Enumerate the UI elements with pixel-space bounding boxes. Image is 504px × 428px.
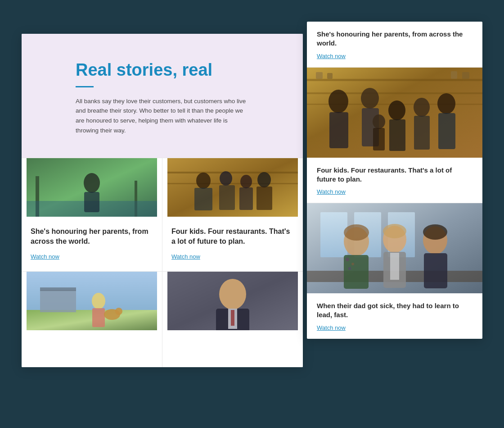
card-3-content xyxy=(22,330,162,367)
svg-point-41 xyxy=(361,88,379,109)
overlay-card-2-title: Four kids. Four restaurants. That's a lo… xyxy=(317,166,472,184)
overlay-card-3-image xyxy=(307,203,482,293)
overlay-card-3-watch-link[interactable]: Watch now xyxy=(317,324,346,331)
svg-point-39 xyxy=(328,90,348,113)
svg-rect-20 xyxy=(40,287,76,291)
card-3 xyxy=(22,272,162,367)
woman-nature-image xyxy=(22,158,162,217)
svg-rect-15 xyxy=(239,187,253,210)
card-4-image xyxy=(162,272,303,330)
card-1-watch-link[interactable]: Watch now xyxy=(31,253,59,260)
card-2-title: Four kids. Four restaurants. That's a lo… xyxy=(171,227,294,246)
svg-rect-38 xyxy=(462,72,469,79)
svg-rect-63 xyxy=(390,253,399,280)
svg-point-21 xyxy=(92,293,105,309)
main-page: Real stories, real All banks say they lo… xyxy=(22,34,303,367)
svg-rect-32 xyxy=(307,79,482,81)
svg-point-12 xyxy=(257,172,271,187)
cards-row-2 xyxy=(22,271,303,367)
svg-rect-30 xyxy=(231,310,234,326)
overlay-card-2-watch-link[interactable]: Watch now xyxy=(317,188,346,195)
overlay-card-2-text: Four kids. Four restaurants. That's a lo… xyxy=(307,158,482,203)
svg-rect-37 xyxy=(451,71,457,79)
overlay-card-2-image xyxy=(307,68,482,158)
family-restaurant-image xyxy=(162,158,303,217)
card-3-image xyxy=(22,272,162,330)
svg-point-58 xyxy=(346,258,349,261)
svg-rect-14 xyxy=(219,185,235,210)
cards-section: She's honouring her parents, from across… xyxy=(22,158,303,367)
svg-point-4 xyxy=(84,173,100,193)
overlay-card-3-title: When their dad got sick, they had to lea… xyxy=(317,301,472,320)
card-1: She's honouring her parents, from across… xyxy=(22,158,162,271)
svg-rect-52 xyxy=(320,212,347,257)
card-2-watch-link[interactable]: Watch now xyxy=(171,253,200,260)
svg-rect-44 xyxy=(389,119,405,151)
overlay-card-2: Four kids. Four restaurants. That's a lo… xyxy=(307,68,482,204)
svg-point-47 xyxy=(437,93,455,114)
svg-rect-5 xyxy=(84,192,99,212)
svg-rect-46 xyxy=(414,116,430,150)
hero-title: Real stories, real xyxy=(76,61,280,80)
svg-rect-48 xyxy=(438,113,455,149)
overlay-three-women-image xyxy=(307,203,482,293)
card-1-title: She's honouring her parents, from across… xyxy=(31,227,153,246)
card-4-content xyxy=(162,330,303,367)
card-2-content: Four kids. Four restaurants. That's a lo… xyxy=(162,217,303,271)
svg-point-59 xyxy=(351,263,354,265)
overlay-card-1-title: She's honouring her parents, from across… xyxy=(317,30,472,48)
overlay-card-1: She's honouring her parents, from across… xyxy=(307,22,482,68)
svg-rect-50 xyxy=(373,128,385,150)
svg-point-67 xyxy=(383,224,406,238)
man-suit-image xyxy=(162,272,303,330)
svg-point-24 xyxy=(115,308,122,315)
card-1-image xyxy=(22,158,162,217)
svg-point-43 xyxy=(388,100,405,120)
overlay-card-3-text: When their dad got sick, they had to lea… xyxy=(307,293,482,339)
overlay-card-1-text: She's honouring her parents, from across… xyxy=(307,22,482,67)
svg-rect-36 xyxy=(327,73,333,79)
svg-rect-8 xyxy=(167,183,298,184)
svg-rect-19 xyxy=(40,290,76,312)
svg-point-60 xyxy=(348,267,351,270)
svg-point-68 xyxy=(423,224,447,240)
svg-point-27 xyxy=(219,279,246,310)
svg-rect-7 xyxy=(167,172,298,173)
svg-rect-40 xyxy=(329,112,348,148)
svg-point-9 xyxy=(196,173,211,189)
overlay-card-1-watch-link[interactable]: Watch now xyxy=(317,53,346,59)
svg-rect-35 xyxy=(316,72,323,79)
cards-row-1: She's honouring her parents, from across… xyxy=(22,158,303,271)
card-4 xyxy=(162,272,303,367)
svg-point-45 xyxy=(414,98,430,117)
card-3-title xyxy=(31,340,153,350)
card-1-content: She's honouring her parents, from across… xyxy=(22,217,162,271)
svg-point-66 xyxy=(344,224,369,241)
svg-rect-16 xyxy=(256,187,272,210)
svg-rect-65 xyxy=(424,253,447,288)
hero-body: All banks say they love their customers,… xyxy=(76,96,247,135)
card-2-image xyxy=(162,158,303,217)
svg-point-10 xyxy=(220,171,232,186)
svg-point-49 xyxy=(373,114,385,129)
overlay-card-3: When their dad got sick, they had to lea… xyxy=(307,203,482,339)
svg-rect-18 xyxy=(27,310,157,330)
svg-rect-13 xyxy=(194,188,212,210)
hero-section: Real stories, real All banks say they lo… xyxy=(22,34,303,158)
card-4-title xyxy=(171,340,294,350)
card-2: Four kids. Four restaurants. That's a lo… xyxy=(162,158,303,271)
svg-point-11 xyxy=(240,175,252,188)
svg-rect-22 xyxy=(92,308,105,327)
overlay-family-image xyxy=(307,68,482,158)
overlay-panel: She's honouring her parents, from across… xyxy=(307,22,482,339)
hero-divider xyxy=(76,86,94,87)
woman-dog-image xyxy=(22,272,162,330)
